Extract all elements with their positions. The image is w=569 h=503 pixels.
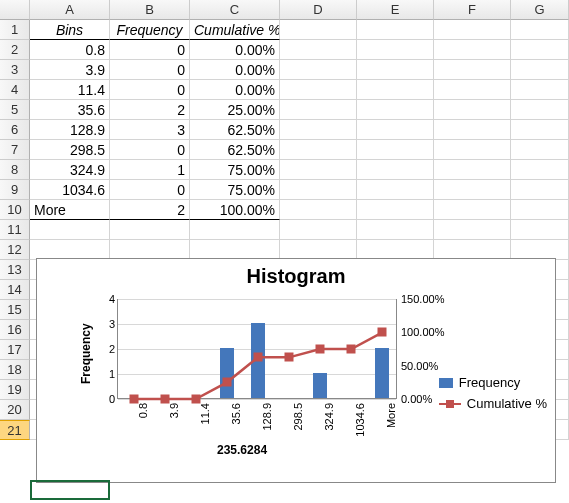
column-header[interactable]: C	[190, 0, 280, 20]
cell[interactable]	[190, 240, 280, 260]
cell[interactable]	[357, 100, 434, 120]
cell[interactable]: 11.4	[30, 80, 110, 100]
cell[interactable]: 0	[110, 40, 190, 60]
cell[interactable]	[280, 60, 357, 80]
cell[interactable]: 3	[110, 120, 190, 140]
row-header[interactable]: 18	[0, 360, 30, 380]
cell[interactable]	[280, 80, 357, 100]
column-header[interactable]: B	[110, 0, 190, 20]
column-header[interactable]: F	[434, 0, 511, 20]
cell[interactable]: 0.8	[30, 40, 110, 60]
cell[interactable]	[511, 40, 569, 60]
cell[interactable]: 3.9	[30, 60, 110, 80]
cell[interactable]	[357, 220, 434, 240]
row-header[interactable]: 8	[0, 160, 30, 180]
cell[interactable]	[357, 60, 434, 80]
cell[interactable]	[280, 140, 357, 160]
cell[interactable]: 0	[110, 140, 190, 160]
cell[interactable]: 0.00%	[190, 40, 280, 60]
cell[interactable]: 62.50%	[190, 120, 280, 140]
column-header[interactable]: G	[511, 0, 569, 20]
cell[interactable]	[280, 240, 357, 260]
cell[interactable]	[434, 80, 511, 100]
row-header[interactable]: 1	[0, 20, 30, 40]
cell[interactable]	[110, 220, 190, 240]
cell[interactable]	[280, 200, 357, 220]
cell[interactable]: 100.00%	[190, 200, 280, 220]
cell[interactable]	[434, 60, 511, 80]
cell[interactable]	[280, 20, 357, 40]
cell[interactable]	[280, 120, 357, 140]
cell[interactable]: 75.00%	[190, 160, 280, 180]
cell[interactable]	[511, 20, 569, 40]
cell[interactable]	[357, 160, 434, 180]
cell[interactable]: Frequency	[110, 20, 190, 40]
row-header[interactable]: 9	[0, 180, 30, 200]
cell[interactable]: 2	[110, 200, 190, 220]
row-header[interactable]: 13	[0, 260, 30, 280]
cell[interactable]	[511, 160, 569, 180]
cell[interactable]	[511, 220, 569, 240]
cell[interactable]	[511, 140, 569, 160]
cell[interactable]	[357, 120, 434, 140]
cell[interactable]: 0	[110, 60, 190, 80]
cell[interactable]	[30, 220, 110, 240]
corner-cell[interactable]	[0, 0, 30, 20]
cell[interactable]	[511, 200, 569, 220]
cell[interactable]	[280, 220, 357, 240]
cell[interactable]	[511, 80, 569, 100]
cell[interactable]	[30, 240, 110, 260]
cell[interactable]	[434, 220, 511, 240]
cell[interactable]: 0	[110, 80, 190, 100]
cell[interactable]: 0.00%	[190, 60, 280, 80]
histogram-chart[interactable]: Histogram Frequency 235.6284 012340.00%5…	[36, 258, 556, 483]
row-header[interactable]: 4	[0, 80, 30, 100]
cell[interactable]: 75.00%	[190, 180, 280, 200]
cell[interactable]	[357, 20, 434, 40]
cell[interactable]: 35.6	[30, 100, 110, 120]
cell[interactable]	[434, 180, 511, 200]
cell[interactable]: 0	[110, 180, 190, 200]
row-header[interactable]: 12	[0, 240, 30, 260]
cell[interactable]: Bins	[30, 20, 110, 40]
cell[interactable]	[280, 100, 357, 120]
cell[interactable]	[434, 20, 511, 40]
row-header[interactable]: 11	[0, 220, 30, 240]
cell[interactable]	[434, 160, 511, 180]
cell[interactable]: 62.50%	[190, 140, 280, 160]
row-header[interactable]: 16	[0, 320, 30, 340]
row-header[interactable]: 6	[0, 120, 30, 140]
row-header[interactable]: 14	[0, 280, 30, 300]
row-header[interactable]: 19	[0, 380, 30, 400]
cell[interactable]: 1	[110, 160, 190, 180]
row-header[interactable]: 2	[0, 40, 30, 60]
cell[interactable]	[434, 120, 511, 140]
cell[interactable]	[511, 100, 569, 120]
cell[interactable]	[511, 60, 569, 80]
cell[interactable]	[357, 240, 434, 260]
cell[interactable]	[280, 40, 357, 60]
cell[interactable]	[511, 180, 569, 200]
cell[interactable]	[434, 200, 511, 220]
cell[interactable]	[434, 240, 511, 260]
cell[interactable]	[434, 140, 511, 160]
cell[interactable]: 298.5	[30, 140, 110, 160]
cell[interactable]: More	[30, 200, 110, 220]
cell[interactable]: 128.9	[30, 120, 110, 140]
cell[interactable]: Cumulative %	[190, 20, 280, 40]
row-header[interactable]: 5	[0, 100, 30, 120]
row-header[interactable]: 15	[0, 300, 30, 320]
cell[interactable]: 25.00%	[190, 100, 280, 120]
cell[interactable]	[280, 180, 357, 200]
cell[interactable]	[357, 140, 434, 160]
cell[interactable]	[434, 100, 511, 120]
row-header[interactable]: 20	[0, 400, 30, 420]
cell[interactable]	[280, 160, 357, 180]
row-header[interactable]: 17	[0, 340, 30, 360]
column-header[interactable]: D	[280, 0, 357, 20]
cell[interactable]	[434, 40, 511, 60]
cell[interactable]	[110, 240, 190, 260]
cell[interactable]	[357, 80, 434, 100]
row-header[interactable]: 7	[0, 140, 30, 160]
column-header[interactable]: E	[357, 0, 434, 20]
